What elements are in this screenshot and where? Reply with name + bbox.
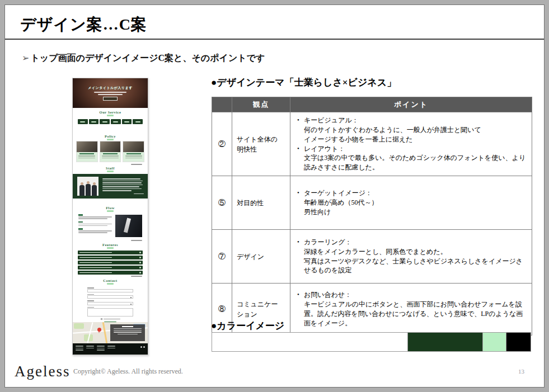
point-item: •キービジュアル： 何のサイトかすぐわかるように、一般人が弁護士と聞いて イメー… [296, 116, 527, 144]
point-item: •カラーリング： 深緑をメインカラーとし、同系色でまとめた。 写真はスーツやデス… [296, 238, 527, 275]
text-placeholder-bar [78, 225, 107, 226]
form-label-bar [87, 307, 94, 308]
row-number: ⑤ [212, 176, 232, 230]
point-text: キービジュアル： 何のサイトかすぐわかるように、一般人が弁護士と聞いて イメージ… [304, 116, 481, 143]
mockup-flow-heading: Flow [73, 206, 148, 212]
text-placeholder-bar [102, 158, 119, 159]
mockup-service-button [133, 119, 143, 124]
mockup-faq-bar [78, 251, 143, 254]
page-title: デザイン案…C案 [20, 14, 147, 35]
mockup-card-photo [100, 141, 121, 152]
social-icon [143, 346, 145, 348]
plus-icon [139, 272, 141, 273]
text-placeholder-bar [103, 153, 118, 154]
text-placeholder-bar [102, 188, 142, 190]
text-placeholder-bar [79, 262, 112, 263]
mockup-more-link [131, 164, 142, 165]
text-placeholder-bar [86, 346, 94, 347]
mockup-policy-cards [76, 141, 144, 162]
text-placeholder-bar [98, 94, 123, 95]
mockup-policy-card [76, 141, 98, 162]
map-highway [102, 322, 107, 343]
map-park-patch [74, 323, 84, 329]
form-label-bar [87, 287, 94, 289]
person-silhouette [86, 184, 91, 196]
mockup-card-label [123, 152, 144, 162]
text-placeholder-bar [135, 121, 140, 122]
point-text: お問い合わせ： キービジュアルの中にボタンと、画面下部にお問い合わせフォームを設… [304, 291, 523, 327]
text-placeholder-bar [97, 346, 105, 347]
bullet-icon: • [297, 188, 299, 197]
table-row: ⑦ デザイン •カラーリング： 深緑をメインカラーとし、同系色でまとめた。 写真… [212, 230, 532, 284]
mockup-contact-form [87, 286, 133, 325]
mockup-contact-heading: Contact [73, 278, 148, 285]
row-points: •お問い合わせ： キービジュアルの中にボタンと、画面下部にお問い合わせフォームを… [290, 284, 532, 336]
text-placeholder-bar [102, 181, 143, 182]
text-placeholder-bar [78, 158, 95, 159]
mockup-form-checkbox-row [87, 318, 133, 320]
text-placeholder-bar [91, 121, 96, 122]
text-placeholder-bar [78, 216, 112, 218]
text-placeholder-bar [78, 224, 112, 225]
mockup-flow-section [78, 214, 142, 238]
text-placeholder-bar [78, 218, 107, 219]
text-placeholder-bar [102, 186, 139, 187]
mockup-service-button [122, 119, 132, 124]
mockup-map-section [73, 322, 148, 343]
text-placeholder-bar [76, 348, 83, 349]
row-number: ⑦ [212, 230, 232, 284]
text-placeholder-bar [78, 230, 112, 232]
text-placeholder-bar [114, 330, 142, 330]
text-placeholder-bar [125, 158, 142, 159]
step-number-bar [78, 221, 83, 223]
mockup-flow-step [78, 221, 113, 226]
mockup-service-button [100, 119, 110, 124]
mockup-more-link [131, 276, 142, 277]
mockup-flow-steps [78, 214, 113, 235]
text-placeholder-bar [76, 350, 83, 351]
plus-icon [139, 262, 141, 263]
footer-link-column [97, 346, 105, 352]
page-number: 13 [518, 368, 524, 375]
table-row: ⑤ 対目的性 •ターゲットイメージ： 年齢層が高め（50代～） 男性向け [212, 176, 532, 230]
page: { "slide": { "title": "デザイン案…C案", "subti… [0, 0, 549, 392]
text-placeholder-bar [79, 272, 112, 273]
mockup-policy-card [123, 141, 144, 162]
text-placeholder-bar [102, 155, 119, 157]
mockup-hero-title: メインタイトルが入ります [73, 86, 148, 91]
bullet-icon: • [297, 116, 299, 124]
points-table: 観点 ポイント ② サイト全体の明快性 •キービジュアル： 何のサイトかすぐわか… [212, 97, 532, 336]
mockup-service-button [78, 119, 88, 124]
footer-link-column [107, 346, 115, 352]
text-placeholder-bar [86, 348, 94, 349]
point-item: •ターゲットイメージ： 年齢層が高め（50代～） 男性向け [296, 188, 527, 216]
mockup-service-button [89, 119, 99, 124]
mockup-service-button [111, 119, 121, 124]
mockup-flow-step [78, 214, 113, 219]
text-placeholder-bar [102, 185, 143, 186]
text-placeholder-bar [78, 232, 107, 233]
mockup-staff-text [102, 177, 144, 194]
mockup-hero-button [103, 97, 118, 101]
table-row: ② サイト全体の明快性 •キービジュアル： 何のサイトかすぐわかるように、一般人… [212, 112, 532, 176]
text-placeholder-bar [79, 267, 112, 268]
footer-social-icons [140, 346, 145, 352]
mockup-policy-heading: Policy [73, 134, 148, 140]
design-mockup-image: メインタイトルが入ります Our Service Policy Staff [72, 78, 148, 355]
copyright-text: Copyright© Ageless. All rights reserved. [73, 367, 183, 376]
mockup-footer [73, 343, 148, 355]
text-placeholder-bar [79, 257, 112, 258]
mockup-card-label [100, 152, 121, 162]
map-pin-icon [97, 328, 101, 332]
mockup-flow-photo [115, 215, 142, 237]
text-placeholder-bar [78, 155, 95, 157]
text-placeholder-bar [114, 328, 142, 329]
swatch-dark-green [408, 333, 483, 351]
mockup-form-textarea [87, 308, 133, 317]
text-placeholder-bar [97, 350, 105, 351]
mockup-map-info-box [110, 324, 145, 341]
mockup-policy-card [100, 141, 121, 162]
mockup-staff-heading: Staff [73, 166, 148, 172]
text-placeholder-bar [80, 121, 85, 122]
color-image-bar [212, 332, 531, 352]
